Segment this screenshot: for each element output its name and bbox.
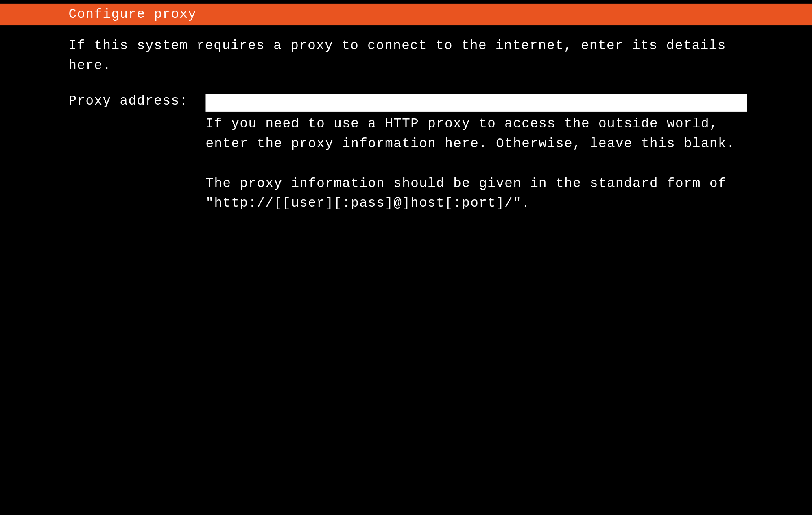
content-area: If this system requires a proxy to conne…	[0, 25, 812, 214]
proxy-address-input[interactable]	[205, 94, 747, 112]
proxy-help-text: If you need to use a HTTP proxy to acces…	[205, 114, 747, 214]
proxy-field-row: Proxy address: If you need to use a HTTP…	[68, 94, 812, 214]
intro-text: If this system requires a proxy to conne…	[68, 36, 812, 76]
header-bar: Configure proxy [ Help ]	[0, 4, 812, 25]
page-title: Configure proxy	[68, 7, 196, 22]
proxy-address-label: Proxy address:	[68, 94, 205, 109]
